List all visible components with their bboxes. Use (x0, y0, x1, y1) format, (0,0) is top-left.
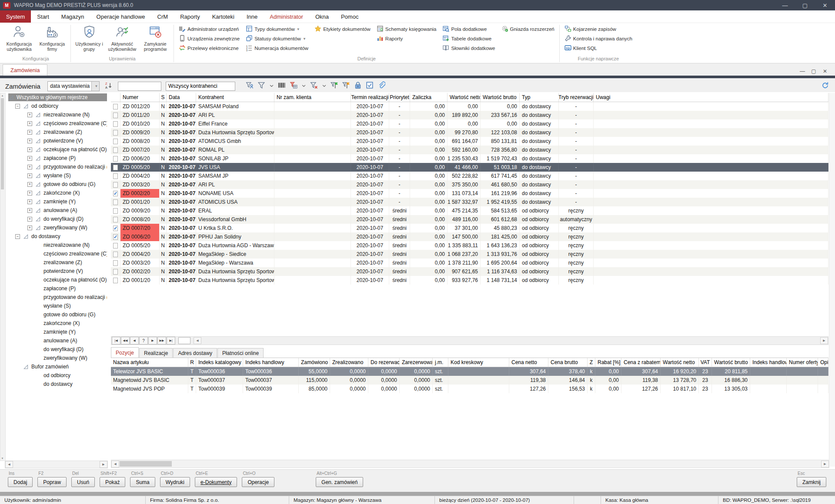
operacje-button[interactable]: Operacje (242, 477, 274, 487)
item-row[interactable]: Telewizor JVS BASICTTow000036Tow00003655… (111, 367, 828, 376)
help-button[interactable]: ? (139, 337, 148, 345)
column-header[interactable]: Cena z rabatem (621, 358, 661, 367)
column-header[interactable]: Wartość netto (448, 93, 481, 102)
menu-item-inne[interactable]: Inne (240, 10, 264, 23)
tree-item[interactable]: +zapłacone (P) (5, 154, 107, 162)
filter-contractor-button[interactable] (246, 81, 254, 91)
column-header[interactable]: VAT (699, 358, 712, 367)
order-row[interactable]: ZD 0007/20N2020-10-07ROMAL PL2020-10-07-… (111, 146, 828, 154)
column-header[interactable]: Wartość netto (661, 358, 699, 367)
tree-expand-expand-box[interactable]: + (27, 208, 32, 213)
tree-expand-expand-box[interactable]: + (27, 130, 32, 135)
ribbon-button-factory-gear[interactable]: Konfiguracja firmy (36, 24, 69, 52)
column-header[interactable]: Data (167, 93, 196, 102)
tree-item[interactable]: +gotowe do odbioru (G) (5, 180, 107, 189)
menu-item-raporty[interactable]: Raporty (174, 10, 206, 23)
tree-item[interactable]: +do weryfikacji (D) (5, 215, 107, 223)
menu-item-okna[interactable]: Okna (309, 10, 335, 23)
item-row[interactable]: Magnetowid JVS POPTTow000039Tow00003985,… (111, 385, 828, 393)
tree-item[interactable]: +niezrealizowane (N) (5, 110, 107, 119)
tree-expand-expand-box[interactable]: + (27, 217, 32, 222)
tree-expand-expand-box[interactable]: + (27, 139, 32, 143)
scroll-down-arrow[interactable]: ▼ (0, 457, 4, 460)
tree-item[interactable]: +częściowo zrealizowane (C) (5, 119, 107, 128)
tree-item[interactable]: +zrealizowane (Z) (5, 128, 107, 136)
tree-item[interactable]: do weryfikacji (D) (5, 345, 107, 354)
column-header[interactable]: Cena netto (509, 358, 548, 367)
menu-item-start[interactable]: Start (31, 10, 55, 23)
ribbon-button-user-gear[interactable]: Konfiguracja użytkownika (3, 24, 36, 52)
ribbon-item-doc-num[interactable]: 123Numeracja dokumentów (246, 43, 308, 53)
row-checkbox[interactable]: ✓ (113, 234, 118, 240)
scroll-thumb[interactable] (120, 461, 172, 467)
tree-item[interactable]: zrealizowane (Z) (5, 258, 107, 267)
order-row[interactable]: ZO 0004/20N2020-10-07MegaSklep - Siedlce… (111, 250, 828, 259)
tab-adres-dostawy[interactable]: Adres dostawy (173, 348, 217, 358)
next-page-button[interactable]: ▶ (148, 337, 157, 345)
column-header[interactable] (111, 93, 120, 102)
ribbon-item-transfer[interactable]: Przelewy elektroniczne (179, 43, 240, 53)
column-header[interactable]: Wartość brutto (481, 93, 520, 102)
menu-item-kartoteki[interactable]: Kartoteki (206, 10, 240, 23)
column-header[interactable]: Cena brutto (548, 358, 588, 367)
last-page-button[interactable]: ▶| (167, 337, 175, 345)
mdi-close-button[interactable]: ✕ (819, 67, 831, 76)
order-row[interactable]: ZD 0012/20N2020-10-07SAMSAM Poland2020-1… (111, 102, 828, 111)
row-checkbox[interactable] (113, 269, 118, 275)
menu-item-pomoc[interactable]: Pomoc (335, 10, 364, 23)
tree-expand-expand-box[interactable]: + (27, 182, 32, 187)
tree-item[interactable]: +potwierdzone (V) (5, 136, 107, 145)
column-header[interactable]: Zaliczka (410, 93, 448, 102)
zamknij-button[interactable]: Zamknij (797, 477, 826, 487)
tab-realizacje[interactable]: Realizacje (139, 348, 173, 358)
row-checkbox[interactable]: ✓ (113, 191, 118, 196)
row-checkbox[interactable] (113, 156, 118, 162)
menu-item-magazyn[interactable]: Magazyn (55, 10, 90, 23)
tree-item[interactable]: +wysłane (S) (5, 171, 107, 180)
popraw-button[interactable]: Popraw (37, 477, 67, 487)
tree-item[interactable]: −do dostawcy (5, 232, 107, 241)
scroll-right-arrow[interactable]: ▶ (100, 461, 107, 468)
tree-item[interactable]: wysłane (S) (5, 302, 107, 310)
sort-field-select[interactable]: data wystawienia ▼ (47, 81, 100, 91)
main-vertical-scrollbar[interactable] (829, 93, 835, 467)
column-header[interactable]: Zamówiono (299, 358, 330, 367)
ribbon-item-table-add[interactable]: Tabele dodatkowe (442, 34, 495, 43)
order-row[interactable]: ✓ZO 0006/20N2020-10-07PPHU Jan Solidny20… (111, 232, 828, 241)
fast-next-button[interactable]: ▶▶ (157, 337, 166, 345)
row-checkbox[interactable] (113, 173, 118, 179)
order-row[interactable]: ZO 0001/20N2020-10-07Duża Hurtownia Sprz… (111, 276, 828, 285)
ribbon-button-shield-user[interactable]: Użytkownicy i grupy (73, 24, 106, 52)
order-row[interactable]: ZD 0003/20N2020-10-07ARI PL2020-10-07-0,… (111, 180, 828, 189)
e-dokumenty-button[interactable]: e-Dokumenty (195, 477, 237, 487)
ribbon-button-users-check[interactable]: Aktywność użytkowników (106, 24, 139, 52)
column-header[interactable]: Rabat [%] (595, 358, 621, 367)
tree-item[interactable]: +anulowane (A) (5, 206, 107, 215)
paperclip-button[interactable] (377, 81, 385, 91)
row-checkbox[interactable] (113, 147, 118, 153)
column-header[interactable]: S (160, 93, 167, 102)
tree-item[interactable]: +zakończone (X) (5, 189, 107, 197)
column-header[interactable]: Zrealizowano (330, 358, 368, 367)
ribbon-item-wrench[interactable]: Kontrola i naprawa danych (564, 34, 632, 43)
row-checkbox[interactable] (113, 182, 118, 188)
tree-expand-expand-box[interactable]: + (27, 165, 32, 169)
column-header[interactable]: Nazwa artykułu (111, 358, 188, 367)
scroll-right-arrow[interactable]: ▶ (820, 337, 828, 344)
ribbon-item-link[interactable]: Kojarzenie zapisów (564, 24, 632, 34)
prev-page-button[interactable]: ◀ (130, 337, 139, 345)
row-checkbox[interactable] (113, 217, 118, 222)
column-header[interactable]: Kontrahent (196, 93, 274, 102)
tab-zamowienia[interactable]: Zamówienia (3, 64, 47, 76)
tree-expand-expand-box[interactable]: + (27, 173, 32, 178)
tree-item[interactable]: anulowane (A) (5, 336, 107, 345)
column-header[interactable]: Zarezerwowano (400, 358, 433, 367)
minimize-button[interactable]: — (775, 0, 795, 10)
item-row[interactable]: Magnetowid JVS BASICTTow000037Tow0000371… (111, 376, 828, 385)
gen--zamówień-button[interactable]: Gen. zamówień (316, 477, 363, 487)
tree-item[interactable]: do dostawcy (5, 380, 107, 388)
usuń-button[interactable]: Usuń (71, 477, 95, 487)
filter-button[interactable] (257, 81, 265, 91)
column-header[interactable]: R (188, 358, 196, 367)
wydruki-button[interactable]: Wydruki (160, 477, 190, 487)
